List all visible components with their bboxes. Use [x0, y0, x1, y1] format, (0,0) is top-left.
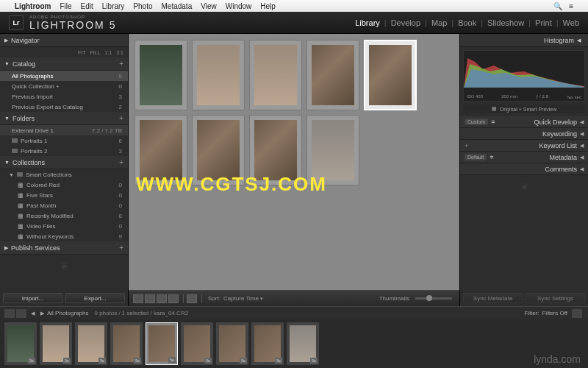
- collection-item[interactable]: ▦Video Files0: [0, 221, 128, 231]
- add-icon[interactable]: +: [119, 158, 123, 166]
- module-map[interactable]: Map: [431, 18, 447, 27]
- module-book[interactable]: Book: [458, 18, 476, 27]
- menu-photo[interactable]: Photo: [133, 2, 152, 10]
- filmstrip-cell-selected[interactable]: 5e: [146, 322, 178, 365]
- source-label[interactable]: All Photographs: [47, 310, 88, 316]
- comments-header[interactable]: Comments◀: [460, 163, 588, 175]
- catalog-item-all[interactable]: All Photographs9: [0, 71, 128, 81]
- folders-header[interactable]: ▼Folders+: [0, 112, 128, 125]
- hist-iso: ISO 400: [467, 94, 483, 99]
- loupe-view-icon[interactable]: [145, 294, 155, 303]
- quick-develop-header[interactable]: Custom≑Quick Develop◀: [460, 116, 588, 128]
- grid-cell[interactable]: [306, 115, 359, 185]
- add-icon[interactable]: +: [119, 60, 123, 68]
- menu-library[interactable]: Library: [102, 2, 125, 10]
- collection-item[interactable]: ▦Without Keywords9: [0, 231, 128, 241]
- spotlight-icon[interactable]: 🔍: [553, 2, 562, 10]
- grid-cell[interactable]: [192, 40, 245, 110]
- preview-indicator[interactable]: ▦Original + Smart Preview: [463, 105, 585, 113]
- histogram-header[interactable]: Histogram◀: [460, 34, 588, 47]
- add-icon[interactable]: +: [119, 114, 123, 122]
- box-icon: [17, 172, 23, 177]
- folder-item[interactable]: Portraits 16: [0, 135, 128, 146]
- catalog-item-prev-import[interactable]: Previous Import3: [0, 91, 128, 102]
- filmstrip[interactable]: 5e 5e 5e 5e 5e 5e 5e 5e 5e: [0, 319, 588, 368]
- sync-settings-button[interactable]: Sync Settings: [526, 293, 585, 303]
- collections-header[interactable]: ▼Collections+: [0, 156, 128, 169]
- metadata-preset-dropdown[interactable]: Default: [465, 154, 487, 160]
- grid-cell[interactable]: [135, 115, 187, 185]
- filmstrip-cell[interactable]: 5e: [181, 322, 213, 365]
- filter-dropdown[interactable]: Filters Off: [542, 310, 567, 316]
- photo-thumbnail: [140, 45, 182, 105]
- grid-view-icon[interactable]: [133, 294, 143, 303]
- gear-icon: ▦: [18, 202, 24, 209]
- navigator-zoom-modes[interactable]: FITFILL1:13:1: [0, 47, 128, 57]
- module-web[interactable]: Web: [563, 18, 579, 27]
- filmstrip-cell[interactable]: 5e: [251, 322, 284, 365]
- menu-metadata[interactable]: Metadata: [162, 2, 193, 10]
- menu-view[interactable]: View: [201, 2, 217, 10]
- module-slideshow[interactable]: Slideshow: [487, 18, 524, 27]
- thumbnail-grid[interactable]: [129, 34, 459, 290]
- menu-app[interactable]: Lightroom: [15, 2, 51, 10]
- selection-summary: 9 photos / 1 selected / kara_04.CR2: [94, 310, 188, 316]
- left-panel: ▶Navigator FITFILL1:13:1 ▼Catalog+ All P…: [0, 34, 129, 306]
- grid-cell[interactable]: [249, 40, 302, 110]
- filter-lock-icon[interactable]: [572, 309, 582, 318]
- import-button[interactable]: Import...: [3, 293, 62, 303]
- collection-item[interactable]: ▦Colored Red0: [0, 180, 128, 190]
- grid-cell[interactable]: [135, 40, 187, 110]
- gear-icon: ▦: [18, 223, 24, 230]
- preset-dropdown[interactable]: Custom: [465, 118, 488, 125]
- grid-toolbar: Sort: Capture Time ▾ Thumbnails: [129, 290, 459, 306]
- publish-header[interactable]: ▶Publish Services+: [0, 241, 128, 255]
- grid-cell[interactable]: [192, 115, 245, 185]
- survey-view-icon[interactable]: [168, 294, 179, 303]
- grid-icon[interactable]: [16, 309, 26, 318]
- collection-item[interactable]: ▦Five Stars0: [0, 190, 128, 200]
- grid-cell[interactable]: [306, 40, 359, 110]
- navigator-header[interactable]: ▶Navigator: [0, 34, 128, 47]
- filmstrip-cell[interactable]: 5e: [110, 322, 143, 365]
- filmstrip-cell[interactable]: 5e: [287, 322, 319, 365]
- photo-thumbnail: [312, 45, 354, 105]
- module-print[interactable]: Print: [535, 18, 552, 27]
- catalog-item-prev-export[interactable]: Previous Export as Catalog2: [0, 102, 128, 112]
- forward-icon[interactable]: ▶: [40, 311, 44, 316]
- filmstrip-cell[interactable]: 5e: [75, 322, 107, 365]
- catalog-header[interactable]: ▼Catalog+: [0, 57, 128, 71]
- filmstrip-cell[interactable]: 5e: [216, 322, 248, 365]
- module-library[interactable]: Library: [355, 18, 380, 27]
- second-window-icon[interactable]: [4, 309, 15, 318]
- painter-icon[interactable]: [187, 294, 197, 303]
- folder-item[interactable]: Portraits 23: [0, 146, 128, 156]
- photo-thumbnail: [197, 120, 240, 180]
- filmstrip-cell[interactable]: 5e: [4, 322, 37, 365]
- menu-help[interactable]: Help: [260, 2, 276, 10]
- folder-drive[interactable]: External Drive 17.2 / 7.2 TB: [0, 125, 128, 135]
- module-picker: Library| Develop| Map| Book| Slideshow| …: [355, 18, 579, 27]
- collection-item[interactable]: ▦Recently Modified0: [0, 210, 128, 221]
- catalog-item-quick[interactable]: Quick Collection +0: [0, 81, 128, 91]
- keyword-list-header[interactable]: +Keyword List◀: [460, 140, 588, 152]
- sync-metadata-button[interactable]: Sync Metadata: [463, 293, 523, 303]
- grid-cell-selected[interactable]: [364, 40, 417, 110]
- menu-edit[interactable]: Edit: [81, 2, 93, 10]
- metadata-header[interactable]: Default≑Metadata◀: [460, 152, 588, 163]
- filmstrip-cell[interactable]: 5e: [40, 322, 72, 365]
- menu-file[interactable]: File: [60, 2, 71, 10]
- keywording-header[interactable]: Keywording◀: [460, 128, 588, 140]
- notification-icon[interactable]: ≡: [569, 2, 573, 10]
- collection-item[interactable]: ▦Past Month0: [0, 200, 128, 210]
- back-icon[interactable]: ◀: [31, 311, 35, 316]
- add-icon[interactable]: +: [119, 244, 123, 252]
- compare-view-icon[interactable]: [157, 294, 167, 303]
- export-button[interactable]: Export...: [65, 293, 125, 303]
- thumbnail-size-slider[interactable]: [415, 297, 452, 300]
- module-develop[interactable]: Develop: [391, 18, 420, 27]
- menu-window[interactable]: Window: [226, 2, 252, 10]
- smart-collections[interactable]: ▼Smart Collections: [0, 169, 128, 180]
- sort-dropdown[interactable]: Capture Time: [223, 295, 259, 302]
- grid-cell[interactable]: [249, 115, 302, 185]
